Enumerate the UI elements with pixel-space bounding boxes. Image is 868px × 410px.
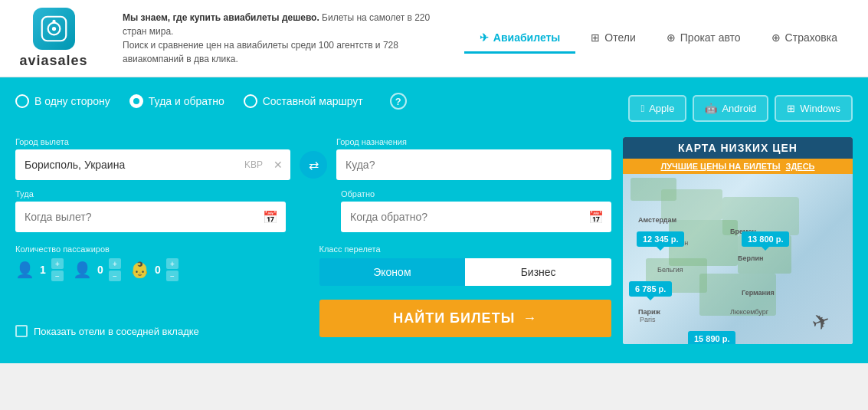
return-input-wrap: 📅 — [341, 202, 611, 232]
class-economy-button[interactable]: Эконом — [319, 258, 466, 286]
city-label-berlin: Берлин — [738, 254, 763, 262]
logo-icon — [33, 8, 75, 50]
tab-car[interactable]: ⊕ Прокат авто — [651, 24, 756, 54]
tab-hotels-label: Отели — [604, 31, 635, 44]
ad-title: КАРТА НИЗКИХ ЦЕН — [623, 137, 853, 159]
to-group: Город назначения — [336, 137, 611, 180]
search-options: В одну сторону Туда и обратно Составной … — [15, 93, 407, 110]
android-button[interactable]: 🤖 Android — [693, 95, 768, 122]
windows-label: Windows — [800, 103, 840, 114]
logo-area: aviasales — [15, 8, 92, 69]
infant-count: 0 — [153, 264, 162, 276]
tagline-bold: Мы знаем, где купить авиабилеты дешево. — [123, 12, 319, 23]
ad-subtitle: ЛУЧШИЕ ЦЕНЫ НА БИЛЕТЫ ЗДЕСЬ — [623, 159, 853, 174]
search-btn-label: НАЙТИ БИЛЕТЫ — [393, 310, 515, 326]
search-button[interactable]: НАЙТИ БИЛЕТЫ → — [319, 300, 612, 337]
plane-icon: ✈ — [480, 31, 489, 44]
return-group: Обратно 📅 — [341, 189, 611, 232]
plane-decoration: ✈ — [808, 307, 834, 337]
main-content: В одну сторону Туда и обратно Составной … — [0, 77, 868, 363]
depart-group: Туда 📅 — [15, 189, 286, 232]
ad-banner[interactable]: КАРТА НИЗКИХ ЦЕН ЛУЧШИЕ ЦЕНЫ НА БИЛЕТЫ З… — [623, 137, 853, 344]
ad-subtitle-text: ЛУЧШИЕ ЦЕНЫ НА БИЛЕТЫ — [660, 162, 780, 171]
swap-button[interactable]: ⇄ — [300, 151, 327, 179]
ad-area: КАРТА НИЗКИХ ЦЕН ЛУЧШИЕ ЦЕНЫ НА БИЛЕТЫ З… — [623, 137, 853, 344]
apple-label: Apple — [649, 103, 674, 114]
city-label-belgium: Бельгия — [657, 266, 683, 274]
windows-button[interactable]: ⊞ Windows — [775, 95, 853, 122]
infant-increase[interactable]: + — [166, 258, 179, 269]
child-count: 0 — [96, 264, 105, 276]
infant-decrease[interactable]: − — [166, 271, 179, 281]
tagline2: Поиск и сравнение цен на авиабилеты сред… — [123, 40, 398, 64]
from-to-row: Город вылета Борисполь, Украина KBP ✕ ⇄ … — [15, 137, 611, 180]
from-label: Город вылета — [15, 137, 290, 146]
city-label-luxembourg: Люксембург — [730, 308, 768, 316]
logo-text: aviasales — [19, 53, 87, 69]
passengers-label: Количество пассажиров — [15, 244, 110, 254]
depart-label: Туда — [15, 189, 286, 198]
from-field-close[interactable]: ✕ — [266, 159, 290, 171]
bottom-action-row: Показать отели в соседней вкладке НАЙТИ … — [15, 292, 611, 337]
radio-round-trip-circle — [129, 94, 143, 108]
app-buttons:  Apple 🤖 Android ⊞ Windows — [628, 95, 853, 122]
to-label: Город назначения — [336, 137, 611, 146]
adult-decrease[interactable]: − — [51, 271, 64, 281]
search-btn-arrow: → — [522, 310, 537, 326]
to-input[interactable] — [336, 149, 611, 180]
radio-round-trip-label: Туда и обратно — [149, 95, 224, 107]
adult-group: 👤 1 + − — [15, 258, 64, 281]
child-controls: + − — [109, 258, 121, 281]
shield-icon: ⊕ — [771, 31, 781, 44]
price-bubble-4: 15 890 р. — [688, 331, 735, 344]
passengers-section: Количество пассажиров 👤 1 + − — [15, 241, 308, 281]
from-field-text: Борисполь, Украина — [15, 151, 244, 179]
class-business-button[interactable]: Бизнес — [465, 258, 611, 286]
hotels-check-label[interactable]: Показать отели в соседней вкладке — [15, 325, 308, 337]
tab-hotels[interactable]: ⊞ Отели — [575, 24, 650, 54]
header: aviasales Мы знаем, где купить авиабилет… — [0, 0, 868, 77]
tab-car-label: Прокат авто — [680, 31, 741, 44]
full-width-section: Город вылета Борисполь, Украина KBP ✕ ⇄ … — [15, 137, 853, 344]
price-bubble-2: 13 800 р. — [742, 231, 789, 247]
android-icon: 🤖 — [705, 103, 717, 114]
return-input[interactable] — [341, 202, 611, 232]
from-field-wrap: Борисполь, Украина KBP ✕ — [15, 149, 290, 180]
svg-point-2 — [51, 27, 55, 31]
radio-one-way[interactable]: В одну сторону — [15, 94, 110, 108]
radio-multi-city-label: Составной маршрут — [263, 95, 363, 107]
child-decrease[interactable]: − — [109, 271, 121, 281]
hotels-check-text: Показать отели в соседней вкладке — [34, 326, 199, 337]
class-buttons: Эконом Бизнес — [319, 258, 612, 286]
svg-point-3 — [52, 20, 55, 23]
hotels-checkbox[interactable] — [15, 325, 28, 337]
tab-insurance[interactable]: ⊕ Страховка — [756, 24, 853, 54]
child-increase[interactable]: + — [109, 258, 121, 269]
radio-one-way-label: В одну сторону — [34, 95, 110, 107]
swap-icon: ⇄ — [309, 158, 319, 172]
adult-controls: + − — [51, 258, 64, 281]
city-label-1: Амстердам — [638, 216, 676, 224]
adult-increase[interactable]: + — [51, 258, 64, 269]
radio-one-way-circle — [15, 94, 29, 108]
windows-icon: ⊞ — [787, 103, 795, 114]
tab-flights[interactable]: ✈ Авиабилеты — [464, 24, 576, 54]
class-label: Класс перелета — [319, 244, 381, 254]
dates-row: Туда 📅 Обратно 📅 — [15, 189, 611, 232]
nav-tabs: ✈ Авиабилеты ⊞ Отели ⊕ Прокат авто ⊕ Стр… — [464, 24, 853, 54]
radio-round-trip[interactable]: Туда и обратно — [129, 94, 224, 108]
city-label-paris2: Paris — [640, 316, 656, 323]
price-bubble-1: 12 345 р. — [637, 231, 684, 247]
search-main-area: Город вылета Борисполь, Украина KBP ✕ ⇄ … — [15, 137, 611, 344]
search-button-area: НАЙТИ БИЛЕТЫ → — [319, 292, 612, 337]
apple-button[interactable]:  Apple — [628, 95, 686, 122]
header-tagline: Мы знаем, где купить авиабилеты дешево. … — [107, 11, 464, 66]
help-icon[interactable]: ? — [390, 93, 407, 110]
child-icon: 👤 — [73, 261, 92, 279]
search-row-top: В одну сторону Туда и обратно Составной … — [15, 93, 853, 123]
ad-subtitle-link: ЗДЕСЬ — [786, 162, 815, 171]
from-field-code: KBP — [244, 159, 266, 170]
radio-multi-city[interactable]: Составной маршрут — [244, 94, 363, 108]
city-label-germany: Германия — [742, 289, 775, 297]
depart-input[interactable] — [15, 202, 286, 232]
